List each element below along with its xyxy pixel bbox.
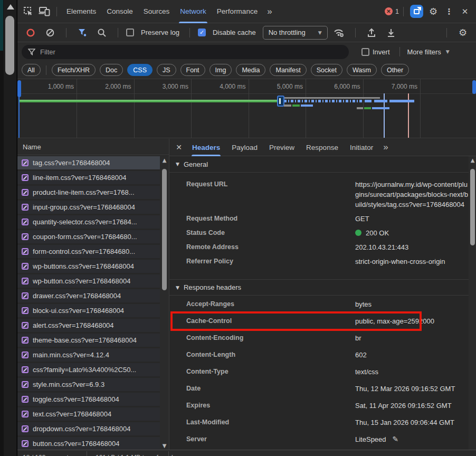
stylesheet-icon: [22, 292, 28, 299]
request-row[interactable]: button.css?ver=1768468004: [17, 437, 160, 450]
error-icon: ✕: [385, 7, 393, 15]
request-row[interactable]: quantity-selector.css?ver=17684...: [17, 215, 160, 229]
more-tabs-icon[interactable]: »: [379, 142, 392, 153]
request-row[interactable]: form-control.css?ver=17684680...: [17, 245, 160, 258]
chip-font[interactable]: Font: [180, 64, 205, 76]
preserve-log-checkbox[interactable]: [126, 28, 134, 36]
close-details-icon[interactable]: ✕: [172, 143, 186, 151]
extension-icon[interactable]: [410, 5, 423, 18]
request-row[interactable]: product-line-item.css?ver=1768...: [17, 186, 160, 199]
network-overview-timeline[interactable]: 1,000 ms 2,000 ms 3,000 ms 4,000 ms 5,00…: [17, 79, 476, 138]
more-filters-label[interactable]: More filters: [407, 48, 441, 56]
request-row[interactable]: style.min.css?ver=6.9.3: [17, 378, 160, 391]
chip-img[interactable]: Img: [210, 64, 232, 76]
header-row: Remote Address 202.10.43.21:443: [169, 240, 469, 254]
request-list-scrollbar[interactable]: ▲ ▼: [160, 156, 169, 450]
page-scrollbar-thumb[interactable]: [5, 16, 14, 75]
more-tabs-icon[interactable]: »: [263, 6, 276, 17]
throttling-select[interactable]: No throttling ▼: [263, 26, 328, 40]
waterfall-blue-bar: [365, 100, 372, 102]
filter-input-wrap[interactable]: [22, 45, 349, 59]
tab-initiator[interactable]: Initiator: [344, 139, 379, 156]
scroll-up-arrow-icon[interactable]: ▲: [160, 157, 169, 163]
stylesheet-icon: [22, 248, 28, 255]
kebab-menu-icon[interactable]: ⋮: [441, 4, 457, 20]
network-conditions-icon[interactable]: [331, 25, 347, 41]
request-row[interactable]: wp-buttons.css?ver=1768468004: [17, 260, 160, 273]
chip-js[interactable]: JS: [157, 64, 176, 76]
disable-cache-checkbox[interactable]: ✓: [198, 28, 206, 36]
ruler-line: [17, 93, 476, 94]
invert-checkbox[interactable]: [361, 48, 369, 56]
chip-manifest[interactable]: Manifest: [270, 64, 306, 76]
tab-console[interactable]: Console: [101, 0, 138, 23]
filter-input[interactable]: [40, 48, 342, 56]
request-row[interactable]: line-item.css?ver=1768468004: [17, 171, 160, 184]
search-icon[interactable]: [94, 25, 110, 41]
scroll-up-arrow-icon[interactable]: [7, 4, 14, 10]
waterfall-sub-bar: [364, 107, 371, 109]
request-row[interactable]: dropdown.css?ver=1768468004: [17, 422, 160, 435]
request-row[interactable]: text.css?ver=1768468004: [17, 407, 160, 421]
filter-funnel-icon[interactable]: [74, 25, 90, 41]
chip-doc[interactable]: Doc: [100, 64, 123, 76]
inspect-element-icon[interactable]: [21, 4, 36, 20]
record-network-log-icon[interactable]: [23, 25, 39, 41]
chip-wasm[interactable]: Wasm: [347, 64, 377, 76]
tab-headers[interactable]: Headers: [186, 139, 226, 156]
scroll-down-arrow-icon[interactable]: ▼: [160, 443, 169, 449]
tab-payload[interactable]: Payload: [226, 139, 263, 156]
device-toolbar-icon[interactable]: [36, 4, 52, 20]
general-section-header[interactable]: ▼ General: [169, 156, 469, 173]
request-row[interactable]: theme-base.css?ver=1768468004: [17, 334, 160, 347]
chip-fetch-xhr[interactable]: Fetch/XHR: [52, 64, 96, 76]
chip-socket[interactable]: Socket: [311, 64, 342, 76]
request-row[interactable]: main.min.css?ver=4.12.4: [17, 348, 160, 362]
request-row[interactable]: wp-button.css?ver=1768468004: [17, 274, 160, 288]
tab-network[interactable]: Network: [175, 0, 212, 23]
details-scrollbar[interactable]: ▲: [469, 156, 476, 450]
request-row[interactable]: drawer.css?ver=1768468004: [17, 289, 160, 302]
header-row: Referrer Policy strict-origin-when-cross…: [169, 254, 469, 269]
import-har-icon[interactable]: [364, 25, 379, 41]
chip-css[interactable]: CSS: [127, 64, 153, 76]
stylesheet-icon: [22, 159, 28, 166]
scrollbar-thumb[interactable]: [162, 169, 167, 290]
general-rows: Request URL https://journalrw.my.id/wp-c…: [169, 173, 469, 269]
name-column-header[interactable]: Name: [17, 139, 169, 155]
overview-left-handle[interactable]: [17, 80, 21, 97]
tab-sources[interactable]: Sources: [138, 0, 175, 23]
chip-other[interactable]: Other: [381, 64, 409, 76]
request-row[interactable]: input-group.css?ver=1768468004: [17, 201, 160, 214]
settings-gear-icon[interactable]: ⚙: [425, 4, 441, 20]
tab-performance[interactable]: Performance: [212, 0, 263, 23]
overview-right-handle[interactable]: [472, 80, 476, 94]
clear-network-log-icon[interactable]: [42, 25, 58, 41]
chip-all[interactable]: All: [22, 64, 41, 76]
gridline: [306, 79, 306, 138]
request-row[interactable]: coupon-form.css?ver=17684680...: [17, 230, 160, 243]
close-devtools-icon[interactable]: ✕: [457, 4, 473, 20]
network-settings-gear-icon[interactable]: ⚙: [455, 25, 471, 41]
header-row-cache-control-highlighted: Cache-Control public, max-age=2592000: [169, 312, 469, 329]
request-row-selected[interactable]: tag.css?ver=1768468004: [17, 156, 160, 169]
request-row[interactable]: block-ui.css?ver=1768468004: [17, 304, 160, 317]
export-har-icon[interactable]: [383, 25, 399, 41]
triangle-down-icon: ▼: [176, 285, 179, 290]
request-row[interactable]: alert.css?ver=1768468004: [17, 319, 160, 332]
tab-preview[interactable]: Preview: [263, 139, 300, 156]
preserve-log-label: Preserve log: [141, 28, 179, 36]
scroll-up-arrow-icon[interactable]: ▲: [469, 157, 476, 163]
response-headers-section-header[interactable]: ▼ Response headers: [169, 279, 469, 296]
edit-pencil-icon[interactable]: ✎: [393, 435, 399, 443]
chip-media[interactable]: Media: [236, 64, 265, 76]
scrollbar-thumb[interactable]: [470, 169, 475, 245]
stylesheet-icon: [22, 278, 28, 284]
request-row[interactable]: toggle.css?ver=1768468004: [17, 393, 160, 406]
error-count-badge[interactable]: ✕ 1: [385, 7, 399, 15]
tab-response[interactable]: Response: [300, 139, 344, 156]
tab-elements[interactable]: Elements: [61, 0, 101, 23]
stylesheet-icon: [22, 204, 28, 211]
request-row[interactable]: css?family=Lato%3A400%2C50...: [17, 363, 160, 376]
stylesheet-icon: [22, 352, 28, 358]
